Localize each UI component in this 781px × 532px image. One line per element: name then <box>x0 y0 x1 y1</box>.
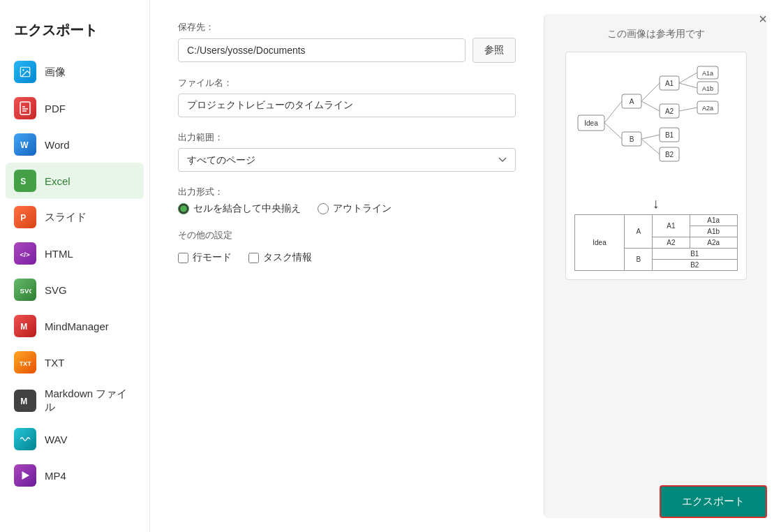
radio-group: セルを結合して中央揃え アウトライン <box>178 202 516 215</box>
svg-text:Idea: Idea <box>584 119 598 127</box>
sidebar-label-wav: WAV <box>45 434 68 445</box>
radio-option-outline[interactable]: アウトライン <box>318 202 392 215</box>
svg-text:SVG: SVG <box>20 287 32 295</box>
markdown-icon: M <box>14 390 36 412</box>
save-location-input[interactable] <box>178 38 466 62</box>
svg-line-33 <box>604 123 622 139</box>
radio-merge-label: セルを結合して中央揃え <box>193 202 301 215</box>
txt-icon: TXT <box>14 351 36 374</box>
checkbox-row-mode[interactable] <box>178 253 188 263</box>
radio-outline[interactable] <box>318 203 329 214</box>
svg-text:TXT: TXT <box>20 360 31 367</box>
sidebar-item-markdown[interactable]: M Markdown ファイル <box>0 380 149 421</box>
checkbox-task-info-option[interactable]: タスク情報 <box>248 251 312 264</box>
svg-rect-2 <box>20 102 30 114</box>
sidebar-item-image[interactable]: 画像 <box>0 54 149 90</box>
svg-text:S: S <box>20 177 26 186</box>
svg-line-36 <box>641 135 660 139</box>
sidebar-item-excel[interactable]: S Excel <box>6 163 144 199</box>
output-range-label: 出力範囲： <box>178 131 516 144</box>
dialog-content: エクスポート 画像 PDF W Word <box>0 0 781 532</box>
radio-outline-label: アウトライン <box>333 202 392 215</box>
svg-line-39 <box>679 83 697 88</box>
svg-line-34 <box>641 83 660 101</box>
sidebar-item-txt[interactable]: TXT TXT <box>0 344 149 380</box>
svg-icon: SVG <box>14 279 36 301</box>
filename-label: ファイル名： <box>178 77 516 89</box>
sidebar-item-word[interactable]: W Word <box>0 126 149 163</box>
svg-text:B1: B1 <box>664 131 674 139</box>
svg-point-1 <box>22 69 24 71</box>
sidebar-item-pdf[interactable]: PDF <box>0 90 149 126</box>
export-button-container: エクスポート <box>660 485 767 518</box>
output-range-select[interactable]: すべてのページ 現在のページ <box>178 148 516 172</box>
save-location-label: 保存先： <box>178 21 516 34</box>
output-format-label: 出力形式： <box>178 186 516 198</box>
svg-text:M: M <box>20 322 27 332</box>
svg-text:A1a: A1a <box>701 70 713 77</box>
preview-title: この画像は参考用です <box>607 28 705 40</box>
other-settings-group: その他の設定 行モード タスク情報 <box>178 229 516 264</box>
filename-group: ファイル名： <box>178 77 516 117</box>
close-button[interactable]: × <box>759 11 767 27</box>
checkbox-task-info[interactable] <box>248 253 259 263</box>
svg-marker-11 <box>22 471 30 480</box>
checkbox-task-info-label: タスク情報 <box>263 251 312 264</box>
save-location-group: 保存先： 参照 <box>178 21 516 63</box>
export-button[interactable]: エクスポート <box>660 485 767 518</box>
preview-table: Idea A A1 A1a A1b A2 A2a B B1 <box>574 214 738 271</box>
filename-input[interactable] <box>178 94 516 117</box>
sidebar-item-svg[interactable]: SVG SVG <box>0 272 149 308</box>
excel-icon: S <box>14 170 36 192</box>
sidebar-label-excel: Excel <box>45 175 70 187</box>
svg-text:A1b: A1b <box>701 85 713 92</box>
radio-merge[interactable] <box>178 203 189 214</box>
sidebar-label-txt: TXT <box>45 357 64 369</box>
svg-line-38 <box>679 73 697 83</box>
other-settings-label: その他の設定 <box>178 229 516 242</box>
arrow-down: ↓ <box>574 195 738 212</box>
tree-diagram: Idea A B A1 A2 B1 <box>574 61 742 190</box>
checkbox-row-mode-label: 行モード <box>193 251 232 264</box>
sidebar-label-pdf: PDF <box>45 103 66 114</box>
svg-text:B2: B2 <box>664 151 674 158</box>
pdf-icon <box>14 97 36 119</box>
svg-line-35 <box>641 101 660 111</box>
svg-text:A: A <box>629 98 634 105</box>
mindmanager-icon: M <box>14 315 36 337</box>
svg-text:P: P <box>20 213 26 223</box>
sidebar-label-image: 画像 <box>45 66 66 79</box>
output-format-group: 出力形式： セルを結合して中央揃え アウトライン <box>178 186 516 215</box>
svg-line-40 <box>679 108 697 111</box>
sidebar-label-mp4: MP4 <box>45 470 66 482</box>
sidebar-item-mindmanager[interactable]: M MindManager <box>0 308 149 344</box>
checkbox-group: 行モード タスク情報 <box>178 251 516 264</box>
svg-text:A2a: A2a <box>701 105 713 112</box>
sidebar-item-mp4[interactable]: MP4 <box>0 457 149 494</box>
mp4-icon <box>14 464 36 487</box>
main-form: 保存先： 参照 ファイル名： 出力範囲： すべてのページ 現在のページ <box>150 0 544 532</box>
sidebar-label-word: Word <box>45 139 70 151</box>
sidebar-item-html[interactable]: </> HTML <box>0 235 149 272</box>
html-icon: </> <box>14 242 36 265</box>
sidebar-item-slide[interactable]: P スライド <box>0 199 149 235</box>
radio-option-merge[interactable]: セルを結合して中央揃え <box>178 202 301 215</box>
sidebar-title: エクスポート <box>0 14 149 54</box>
svg-text:W: W <box>20 140 29 150</box>
svg-text:</>: </> <box>20 251 30 258</box>
checkbox-row-mode-option[interactable]: 行モード <box>178 251 232 264</box>
sidebar-label-markdown: Markdown ファイル <box>45 387 135 414</box>
svg-text:A1: A1 <box>664 80 674 87</box>
sidebar-label-svg: SVG <box>45 284 67 296</box>
svg-text:A2: A2 <box>664 108 674 115</box>
svg-text:B: B <box>629 135 634 143</box>
word-icon: W <box>14 133 36 156</box>
preview-image: Idea A B A1 A2 B1 <box>565 52 747 280</box>
svg-line-37 <box>641 139 660 154</box>
sidebar-label-html: HTML <box>45 248 73 260</box>
save-location-row: 参照 <box>178 38 516 63</box>
wav-icon <box>14 428 36 450</box>
svg-line-32 <box>604 101 622 123</box>
browse-button[interactable]: 参照 <box>473 38 516 63</box>
sidebar-item-wav[interactable]: WAV <box>0 421 149 457</box>
